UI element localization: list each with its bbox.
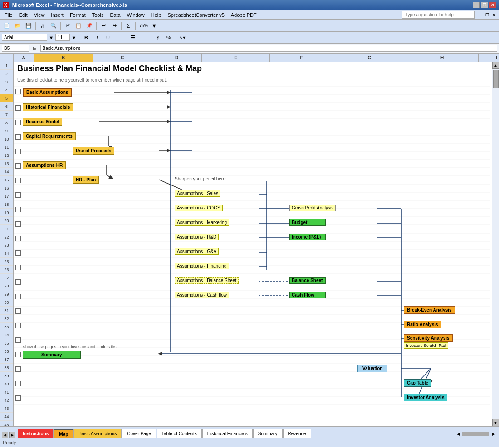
row-45[interactable]: 45 xyxy=(0,421,13,426)
row-39[interactable]: 39 xyxy=(0,372,13,380)
row-42[interactable]: 42 xyxy=(0,396,13,404)
cash-flow-box[interactable]: Cash Flow xyxy=(289,292,326,298)
row-13[interactable]: 13 xyxy=(0,160,13,168)
font-size-input[interactable] xyxy=(55,34,70,41)
row-44[interactable]: 44 xyxy=(0,413,13,421)
historical-financials-box[interactable]: Historical Financials xyxy=(23,103,73,111)
checkbox-row5[interactable] xyxy=(15,89,21,94)
row-28[interactable]: 28 xyxy=(0,282,13,290)
tab-basic-assumptions[interactable]: Basic Assumptions xyxy=(73,429,122,438)
checkbox-row13[interactable] xyxy=(15,149,21,154)
row-40[interactable]: 40 xyxy=(0,380,13,388)
align-right-button[interactable]: ≡ xyxy=(139,33,149,43)
col-header-g[interactable]: G xyxy=(333,54,406,62)
row-1[interactable]: 1 xyxy=(0,62,13,70)
print-button[interactable]: 🖨 xyxy=(38,21,48,31)
row-17[interactable]: 17 xyxy=(0,192,13,200)
scroll-down-button[interactable]: ▼ xyxy=(492,419,499,426)
align-left-button[interactable]: ≡ xyxy=(117,33,127,43)
vertical-scrollbar[interactable]: ▲ ▼ xyxy=(492,62,499,426)
tab-nav-prev[interactable]: ◀ xyxy=(2,432,8,438)
tab-nav-next[interactable]: ▶ xyxy=(9,432,15,438)
row-35[interactable]: 35 xyxy=(0,339,13,347)
hscroll-left[interactable]: ◀ xyxy=(455,430,461,438)
tab-historical-financials[interactable]: Historical Financials xyxy=(202,429,253,438)
menu-adobe-pdf[interactable]: Adobe PDF xyxy=(228,11,259,19)
underline-button[interactable]: U xyxy=(103,33,113,43)
checkbox-row43[interactable] xyxy=(15,366,21,372)
row-16[interactable]: 16 xyxy=(0,184,13,192)
row-19[interactable]: 19 xyxy=(0,209,13,217)
row-33[interactable]: 33 xyxy=(0,323,13,331)
align-center-button[interactable]: ☰ xyxy=(128,33,138,43)
checkbox-row21[interactable] xyxy=(15,207,21,212)
tab-instructions[interactable]: Instructions xyxy=(18,429,54,438)
minimize-button[interactable]: ─ xyxy=(473,2,480,8)
restore-button[interactable]: ❐ xyxy=(481,2,488,8)
checkbox-row45[interactable] xyxy=(15,381,21,386)
row-38[interactable]: 38 xyxy=(0,364,13,372)
preview-button[interactable]: 🔍 xyxy=(49,21,59,31)
undo-button[interactable]: ↩ xyxy=(98,21,108,31)
row-6[interactable]: 6 xyxy=(0,102,13,111)
assumptions-rd-box[interactable]: Assumptions - R&D xyxy=(175,234,219,240)
col-header-a[interactable]: A xyxy=(14,54,34,62)
menu-edit[interactable]: Edit xyxy=(16,11,30,19)
hr-plan-box[interactable]: HR - Plan xyxy=(73,176,99,184)
fill-color-button[interactable]: A▼ xyxy=(178,33,188,43)
use-of-proceeds-box[interactable]: Use of Proceeds xyxy=(73,147,114,155)
help-search[interactable] xyxy=(402,11,475,19)
checkbox-row41[interactable] xyxy=(15,352,21,357)
menu-minimize[interactable]: _ xyxy=(477,12,484,18)
row-9[interactable]: 9 xyxy=(0,127,13,135)
income-pl-box[interactable]: Income (P&L) xyxy=(289,234,326,240)
tab-revenue[interactable]: Revenue xyxy=(283,429,311,438)
col-header-e[interactable]: E xyxy=(202,54,270,62)
copy-button[interactable]: 📋 xyxy=(73,21,83,31)
row-26[interactable]: 26 xyxy=(0,266,13,274)
scroll-up-button[interactable]: ▲ xyxy=(492,62,499,69)
assumptions-cf-box[interactable]: Assumptions - Cash flow xyxy=(175,292,229,298)
col-header-b[interactable]: B xyxy=(34,54,93,62)
row-24[interactable]: 24 xyxy=(0,249,13,258)
scroll-thumb[interactable] xyxy=(493,70,499,88)
zoom-dropdown[interactable]: ▼ xyxy=(149,21,159,31)
row-29[interactable]: 29 xyxy=(0,290,13,298)
menu-insert[interactable]: Insert xyxy=(48,11,66,19)
row-11[interactable]: 11 xyxy=(0,143,13,151)
capital-requirements-box[interactable]: Capital Requirements xyxy=(23,132,76,140)
ratio-analysis-box[interactable]: Ratio Analysis xyxy=(404,321,441,328)
break-even-box[interactable]: Break-Even Analysis xyxy=(404,306,455,314)
row-20[interactable]: 20 xyxy=(0,217,13,225)
row-4[interactable]: 4 xyxy=(0,86,13,94)
checkbox-row9[interactable] xyxy=(15,120,21,125)
menu-file[interactable]: File xyxy=(2,11,15,19)
row-27[interactable]: 27 xyxy=(0,274,13,282)
checkbox-row29[interactable] xyxy=(15,265,21,270)
valuation-box[interactable]: Valuation xyxy=(357,365,387,372)
row-12[interactable]: 12 xyxy=(0,151,13,160)
formula-input[interactable] xyxy=(40,45,497,52)
revenue-model-box[interactable]: Revenue Model xyxy=(23,118,62,126)
open-button[interactable]: 📂 xyxy=(13,21,23,31)
checkbox-row27[interactable] xyxy=(15,250,21,256)
close-button[interactable]: ✕ xyxy=(489,2,496,8)
cell-reference[interactable] xyxy=(2,45,29,52)
menu-view[interactable]: View xyxy=(31,11,48,19)
checkbox-row35[interactable] xyxy=(15,308,21,314)
checkbox-row23[interactable] xyxy=(15,221,21,227)
col-header-f[interactable]: F xyxy=(270,54,333,62)
menu-help[interactable]: Help xyxy=(148,11,164,19)
assumptions-financing-box[interactable]: Assumptions - Financing xyxy=(175,263,229,269)
row-31[interactable]: 31 xyxy=(0,307,13,315)
menu-window[interactable]: Window xyxy=(124,11,147,19)
row-32[interactable]: 32 xyxy=(0,315,13,323)
tab-table-of-contents[interactable]: Table of Contents xyxy=(157,429,202,438)
tab-cover-page[interactable]: Cover Page xyxy=(122,429,156,438)
assumptions-cogs-box[interactable]: Assumptions - COGS xyxy=(175,205,223,211)
font-name-input[interactable] xyxy=(2,34,47,41)
row-2[interactable]: 2 xyxy=(0,70,13,78)
row-7[interactable]: 7 xyxy=(0,111,13,119)
row-18[interactable]: 18 xyxy=(0,200,13,209)
assumptions-bs-box[interactable]: Assumptions - Balance Sheet xyxy=(175,277,239,284)
